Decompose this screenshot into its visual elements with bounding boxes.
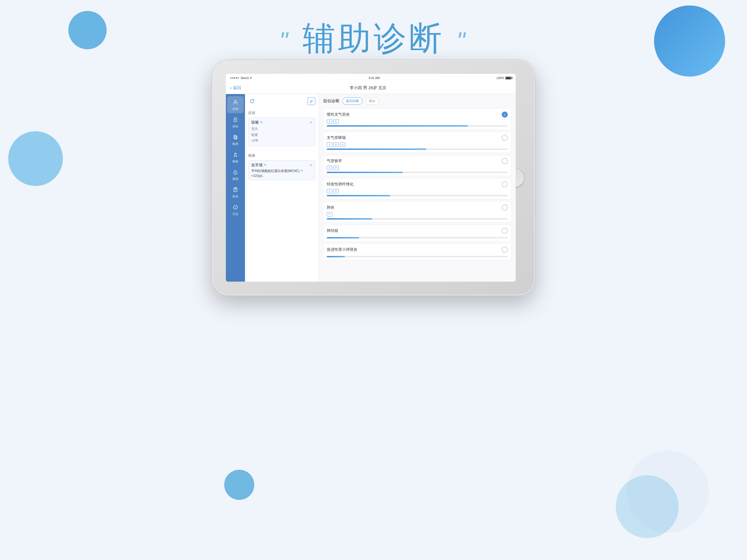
mchc-value: <320g/L [251, 174, 312, 178]
diag-3-icons: X P [327, 189, 508, 193]
diag-3-check[interactable] [502, 181, 508, 187]
ipad-screen: ●●●●● Sketch ▾ 9:41 AM 100% ‹ 返回 李小四 男 2… [226, 74, 516, 282]
diag-1-icon-e: E [333, 143, 339, 147]
diag-4-check[interactable] [502, 205, 508, 210]
diag-6-check[interactable] [502, 247, 508, 253]
diag-0-progress [327, 125, 468, 127]
lab-item-name-row: 平均红细胞血红蛋白浓度(MCHC) ✎ [251, 169, 303, 173]
cough-edit-icon[interactable]: ✎ [260, 121, 263, 124]
refresh-icon[interactable] [248, 97, 256, 105]
diag-1-name: 支气管哮喘 [327, 135, 346, 140]
diag-4-icon-p: P [327, 212, 332, 217]
ipad-frame: ●●●●● Sketch ▾ 9:41 AM 100% ‹ 返回 李小四 男 2… [212, 60, 535, 295]
sidebar-item-exam[interactable]: 检查 [227, 131, 243, 148]
diag-item-5-header: 肺结核 [327, 228, 508, 234]
diagnosis-title: 疑似诊断 [323, 98, 340, 104]
deco-circle-1 [68, 11, 107, 49]
diag-2-icon-p: P [333, 166, 339, 170]
diag-0-icons: X E [327, 119, 508, 124]
symptom-tag-name-row: 咳嗽 ✎ [251, 120, 263, 125]
battery-fill [506, 77, 511, 79]
condition-label: 病情 [232, 177, 238, 181]
diag-item-2: 气管狭窄 X P [323, 155, 511, 176]
quote-right: " [456, 27, 468, 55]
sidebar: 症状 体征 [226, 94, 245, 282]
edit-icon[interactable] [308, 97, 315, 105]
cough-detail-2: 轻度 [251, 132, 312, 138]
lab-tag-header: 血常规 ✎ × [251, 163, 312, 168]
diag-3-name: 特发性肺纤维化 [327, 182, 354, 187]
exam-label: 检查 [232, 142, 238, 146]
log-icon: i [232, 203, 239, 211]
lab-item-row: 平均红细胞血红蛋白浓度(MCHC) ✎ [251, 169, 312, 173]
page-title: " 辅助诊断 " [279, 17, 468, 61]
diag-2-icon-x: X [327, 166, 332, 170]
diag-1-icon-x: X [327, 143, 332, 147]
confirm-diagnosis-button[interactable]: 确诊 [365, 97, 379, 105]
diag-0-icon-e: E [333, 119, 339, 124]
diag-0-progress-container [327, 125, 508, 127]
quote-left: " [279, 27, 291, 55]
history-label: 病史 [232, 195, 238, 199]
wifi-icon: ▾ [250, 76, 252, 80]
svg-text:i: i [235, 206, 236, 209]
main-panels: 症状 咳嗽 ✎ × 无力 轻度 >2年 [245, 94, 516, 282]
deco-pattern [627, 451, 709, 533]
diag-3-icon-x: X [327, 189, 332, 193]
sidebar-item-log[interactable]: i 日志 [227, 201, 243, 218]
sidebar-item-history[interactable]: 病史 [227, 184, 243, 201]
sidebar-item-condition[interactable]: 病情 [227, 166, 243, 183]
blood-edit-icon[interactable]: ✎ [264, 163, 266, 167]
diag-3-progress [327, 195, 390, 196]
status-time: 9:41 AM [368, 76, 380, 80]
diag-4-name: 肺炎 [327, 205, 334, 210]
diag-3-progress-container [327, 195, 508, 196]
symptoms-label: 症状 [232, 107, 238, 111]
diag-6-name: 急进性肾小球肾炎 [327, 247, 357, 252]
diag-item-4: 肺炎 P [323, 202, 511, 223]
diag-2-check[interactable] [502, 158, 508, 164]
status-right: 100% [496, 76, 511, 80]
diag-item-1: 支气管哮喘 X E P [323, 132, 511, 153]
diag-3-icon-p: P [333, 189, 339, 193]
exam-icon [232, 133, 239, 141]
physical-label: 体征 [232, 124, 238, 128]
mchc-edit-icon[interactable]: ✎ [301, 169, 303, 173]
diag-2-name: 气管狭窄 [327, 159, 342, 163]
lab-label: 检验 [232, 159, 238, 163]
blood-lab-name: 血常规 [251, 163, 263, 168]
diag-item-6-header: 急进性肾小球肾炎 [327, 247, 508, 253]
right-panel: 疑似诊断 鉴别诊断 确诊 慢性支气管炎 ✓ X E [319, 94, 516, 282]
sidebar-item-physical[interactable]: 体征 [227, 114, 243, 131]
diag-item-1-header: 支气管哮喘 [327, 135, 508, 141]
diag-4-progress [327, 218, 372, 220]
nav-bar: ‹ 返回 李小四 男 29岁 北京 [226, 82, 516, 94]
diag-6-progress-container [327, 256, 508, 257]
diff-diagnosis-button[interactable]: 鉴别诊断 [342, 97, 363, 105]
back-chevron: ‹ [230, 85, 232, 91]
sidebar-item-symptoms[interactable]: 症状 [227, 96, 243, 113]
deco-circle-2 [654, 5, 725, 77]
sidebar-item-lab[interactable]: 检验 [227, 149, 243, 166]
blood-close-icon[interactable]: × [310, 163, 312, 168]
cough-details: 无力 轻度 >2年 [251, 126, 312, 144]
log-label: 日志 [232, 212, 238, 216]
diag-0-name: 慢性支气管炎 [327, 112, 350, 117]
diag-item-0-header: 慢性支气管炎 ✓ [327, 111, 508, 118]
diag-5-check[interactable] [502, 228, 508, 234]
diag-4-progress-container [327, 218, 508, 220]
history-icon [232, 186, 239, 194]
mchc-name: 平均红细胞血红蛋白浓度(MCHC) [251, 169, 300, 173]
diag-item-0: 慢性支气管炎 ✓ X E [323, 108, 511, 130]
svg-point-8 [235, 173, 236, 174]
section-divider [248, 150, 315, 150]
cough-close-icon[interactable]: × [310, 120, 312, 125]
diag-0-check[interactable]: ✓ [502, 111, 508, 118]
symptoms-icon [232, 98, 239, 106]
back-button[interactable]: ‹ 返回 [230, 85, 241, 91]
app-content: 症状 体征 [226, 94, 516, 282]
diag-item-4-header: 肺炎 [327, 205, 508, 210]
diag-0-icon-x: X [327, 119, 332, 124]
panel-toolbar [248, 97, 315, 107]
diag-1-check[interactable] [502, 135, 508, 141]
